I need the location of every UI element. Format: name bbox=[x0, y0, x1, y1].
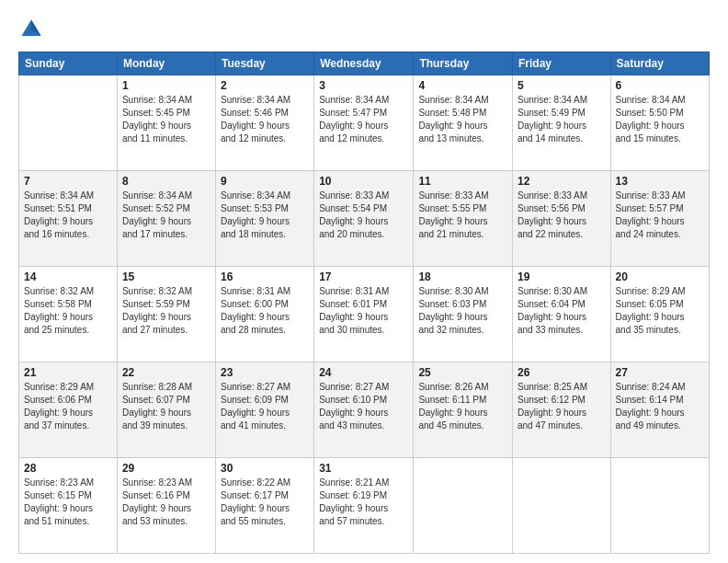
calendar-week-row: 14Sunrise: 8:32 AM Sunset: 5:58 PM Dayli… bbox=[19, 267, 710, 362]
calendar-cell: 24Sunrise: 8:27 AM Sunset: 6:10 PM Dayli… bbox=[314, 362, 414, 458]
day-number: 4 bbox=[418, 79, 507, 92]
day-info: Sunrise: 8:22 AM Sunset: 6:17 PM Dayligh… bbox=[221, 477, 309, 528]
calendar-week-row: 28Sunrise: 8:23 AM Sunset: 6:15 PM Dayli… bbox=[19, 458, 710, 554]
weekday-header-saturday: Saturday bbox=[610, 52, 709, 75]
day-info: Sunrise: 8:34 AM Sunset: 5:46 PM Dayligh… bbox=[221, 94, 309, 145]
day-number: 2 bbox=[221, 79, 309, 92]
calendar-cell: 26Sunrise: 8:25 AM Sunset: 6:12 PM Dayli… bbox=[512, 362, 610, 458]
day-info: Sunrise: 8:33 AM Sunset: 5:55 PM Dayligh… bbox=[418, 190, 507, 241]
day-info: Sunrise: 8:34 AM Sunset: 5:48 PM Dayligh… bbox=[418, 94, 507, 145]
day-number: 17 bbox=[319, 270, 408, 283]
day-number: 21 bbox=[24, 366, 112, 379]
calendar-cell: 18Sunrise: 8:30 AM Sunset: 6:03 PM Dayli… bbox=[414, 267, 513, 362]
logo-icon bbox=[18, 17, 44, 42]
day-number: 27 bbox=[616, 366, 704, 379]
weekday-header-tuesday: Tuesday bbox=[215, 52, 313, 75]
day-info: Sunrise: 8:33 AM Sunset: 5:54 PM Dayligh… bbox=[319, 190, 408, 241]
day-info: Sunrise: 8:29 AM Sunset: 6:06 PM Dayligh… bbox=[24, 381, 112, 432]
day-info: Sunrise: 8:34 AM Sunset: 5:53 PM Dayligh… bbox=[221, 190, 309, 241]
calendar-cell bbox=[610, 458, 709, 554]
day-number: 29 bbox=[122, 462, 210, 475]
calendar-cell: 9Sunrise: 8:34 AM Sunset: 5:53 PM Daylig… bbox=[215, 171, 313, 267]
day-info: Sunrise: 8:28 AM Sunset: 6:07 PM Dayligh… bbox=[122, 381, 210, 432]
calendar-cell: 8Sunrise: 8:34 AM Sunset: 5:52 PM Daylig… bbox=[117, 171, 215, 267]
day-info: Sunrise: 8:34 AM Sunset: 5:52 PM Dayligh… bbox=[122, 190, 210, 241]
day-number: 9 bbox=[221, 175, 309, 188]
calendar-cell: 21Sunrise: 8:29 AM Sunset: 6:06 PM Dayli… bbox=[19, 362, 118, 458]
calendar-week-row: 7Sunrise: 8:34 AM Sunset: 5:51 PM Daylig… bbox=[19, 171, 710, 267]
day-info: Sunrise: 8:29 AM Sunset: 6:05 PM Dayligh… bbox=[616, 285, 704, 337]
header bbox=[18, 17, 710, 42]
calendar-cell: 27Sunrise: 8:24 AM Sunset: 6:14 PM Dayli… bbox=[610, 362, 709, 458]
day-info: Sunrise: 8:23 AM Sunset: 6:15 PM Dayligh… bbox=[24, 477, 112, 528]
weekday-header-row: SundayMondayTuesdayWednesdayThursdayFrid… bbox=[19, 52, 710, 75]
day-number: 12 bbox=[518, 175, 606, 188]
day-info: Sunrise: 8:34 AM Sunset: 5:45 PM Dayligh… bbox=[122, 94, 210, 145]
day-info: Sunrise: 8:34 AM Sunset: 5:51 PM Dayligh… bbox=[24, 190, 112, 241]
day-info: Sunrise: 8:21 AM Sunset: 6:19 PM Dayligh… bbox=[319, 477, 408, 528]
calendar-cell: 12Sunrise: 8:33 AM Sunset: 5:56 PM Dayli… bbox=[512, 171, 610, 267]
day-info: Sunrise: 8:24 AM Sunset: 6:14 PM Dayligh… bbox=[616, 381, 704, 432]
day-info: Sunrise: 8:32 AM Sunset: 5:58 PM Dayligh… bbox=[24, 285, 112, 337]
calendar-cell: 10Sunrise: 8:33 AM Sunset: 5:54 PM Dayli… bbox=[314, 171, 414, 267]
day-info: Sunrise: 8:33 AM Sunset: 5:56 PM Dayligh… bbox=[518, 190, 606, 241]
day-info: Sunrise: 8:33 AM Sunset: 5:57 PM Dayligh… bbox=[616, 190, 704, 241]
day-number: 25 bbox=[418, 366, 507, 379]
weekday-header-thursday: Thursday bbox=[414, 52, 513, 75]
calendar-cell: 7Sunrise: 8:34 AM Sunset: 5:51 PM Daylig… bbox=[19, 171, 118, 267]
day-number: 5 bbox=[518, 79, 606, 92]
day-number: 6 bbox=[616, 79, 704, 92]
weekday-header-friday: Friday bbox=[512, 52, 610, 75]
day-number: 15 bbox=[122, 270, 210, 283]
day-number: 18 bbox=[418, 270, 507, 283]
calendar-cell: 22Sunrise: 8:28 AM Sunset: 6:07 PM Dayli… bbox=[117, 362, 215, 458]
day-number: 31 bbox=[319, 462, 408, 475]
calendar-cell: 20Sunrise: 8:29 AM Sunset: 6:05 PM Dayli… bbox=[610, 267, 709, 362]
day-number: 22 bbox=[122, 366, 210, 379]
calendar-cell bbox=[414, 458, 513, 554]
calendar-cell: 17Sunrise: 8:31 AM Sunset: 6:01 PM Dayli… bbox=[314, 267, 414, 362]
day-number: 11 bbox=[418, 175, 507, 188]
calendar-cell: 16Sunrise: 8:31 AM Sunset: 6:00 PM Dayli… bbox=[215, 267, 313, 362]
calendar-cell: 1Sunrise: 8:34 AM Sunset: 5:45 PM Daylig… bbox=[117, 75, 215, 171]
day-number: 1 bbox=[122, 79, 210, 92]
day-info: Sunrise: 8:27 AM Sunset: 6:10 PM Dayligh… bbox=[319, 381, 408, 432]
day-number: 10 bbox=[319, 175, 408, 188]
day-number: 16 bbox=[221, 270, 309, 283]
calendar-cell: 3Sunrise: 8:34 AM Sunset: 5:47 PM Daylig… bbox=[314, 75, 414, 171]
page: SundayMondayTuesdayWednesdayThursdayFrid… bbox=[0, 0, 728, 563]
calendar-cell: 28Sunrise: 8:23 AM Sunset: 6:15 PM Dayli… bbox=[19, 458, 118, 554]
day-number: 26 bbox=[518, 366, 606, 379]
day-info: Sunrise: 8:31 AM Sunset: 6:01 PM Dayligh… bbox=[319, 285, 408, 337]
weekday-header-monday: Monday bbox=[117, 52, 215, 75]
day-info: Sunrise: 8:30 AM Sunset: 6:03 PM Dayligh… bbox=[418, 285, 507, 337]
day-number: 30 bbox=[221, 462, 309, 475]
day-number: 7 bbox=[24, 175, 112, 188]
logo bbox=[18, 17, 48, 42]
calendar-cell: 13Sunrise: 8:33 AM Sunset: 5:57 PM Dayli… bbox=[610, 171, 709, 267]
calendar-cell: 25Sunrise: 8:26 AM Sunset: 6:11 PM Dayli… bbox=[414, 362, 513, 458]
calendar-cell: 30Sunrise: 8:22 AM Sunset: 6:17 PM Dayli… bbox=[215, 458, 313, 554]
calendar-cell: 15Sunrise: 8:32 AM Sunset: 5:59 PM Dayli… bbox=[117, 267, 215, 362]
calendar-cell: 11Sunrise: 8:33 AM Sunset: 5:55 PM Dayli… bbox=[414, 171, 513, 267]
day-info: Sunrise: 8:34 AM Sunset: 5:49 PM Dayligh… bbox=[518, 94, 606, 145]
weekday-header-wednesday: Wednesday bbox=[314, 52, 414, 75]
day-info: Sunrise: 8:30 AM Sunset: 6:04 PM Dayligh… bbox=[518, 285, 606, 337]
calendar-cell: 6Sunrise: 8:34 AM Sunset: 5:50 PM Daylig… bbox=[610, 75, 709, 171]
calendar-cell bbox=[19, 75, 118, 171]
calendar-cell: 19Sunrise: 8:30 AM Sunset: 6:04 PM Dayli… bbox=[512, 267, 610, 362]
day-info: Sunrise: 8:25 AM Sunset: 6:12 PM Dayligh… bbox=[518, 381, 606, 432]
calendar-cell: 5Sunrise: 8:34 AM Sunset: 5:49 PM Daylig… bbox=[512, 75, 610, 171]
day-number: 28 bbox=[24, 462, 112, 475]
day-info: Sunrise: 8:34 AM Sunset: 5:50 PM Dayligh… bbox=[616, 94, 704, 145]
day-info: Sunrise: 8:26 AM Sunset: 6:11 PM Dayligh… bbox=[418, 381, 507, 432]
day-number: 19 bbox=[518, 270, 606, 283]
calendar-cell: 31Sunrise: 8:21 AM Sunset: 6:19 PM Dayli… bbox=[314, 458, 414, 554]
calendar-cell: 23Sunrise: 8:27 AM Sunset: 6:09 PM Dayli… bbox=[215, 362, 313, 458]
calendar-cell: 4Sunrise: 8:34 AM Sunset: 5:48 PM Daylig… bbox=[414, 75, 513, 171]
calendar-cell: 29Sunrise: 8:23 AM Sunset: 6:16 PM Dayli… bbox=[117, 458, 215, 554]
day-number: 23 bbox=[221, 366, 309, 379]
calendar-week-row: 1Sunrise: 8:34 AM Sunset: 5:45 PM Daylig… bbox=[19, 75, 710, 171]
day-info: Sunrise: 8:27 AM Sunset: 6:09 PM Dayligh… bbox=[221, 381, 309, 432]
day-info: Sunrise: 8:34 AM Sunset: 5:47 PM Dayligh… bbox=[319, 94, 408, 145]
